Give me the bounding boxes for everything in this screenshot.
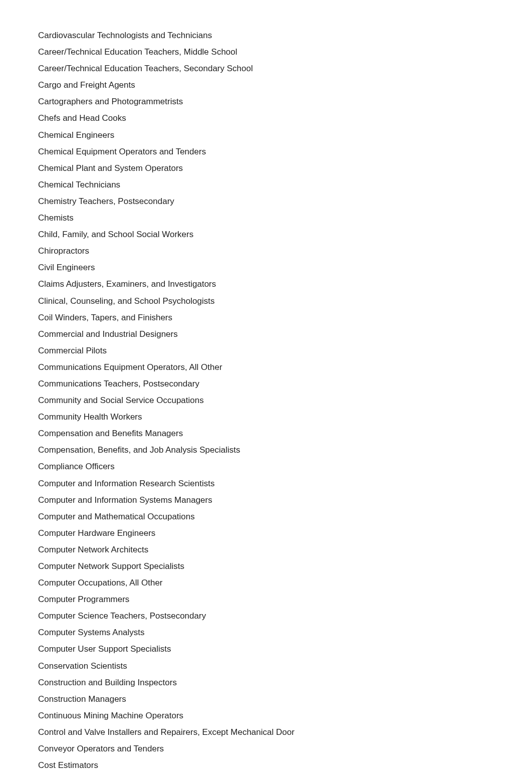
occupation-item: Communications Equipment Operators, All …: [38, 362, 494, 373]
occupation-item: Continuous Mining Machine Operators: [38, 710, 494, 721]
occupation-item: Clinical, Counseling, and School Psychol…: [38, 296, 494, 307]
occupation-item: Computer Network Support Specialists: [38, 561, 494, 572]
occupation-item: Commercial Pilots: [38, 345, 494, 356]
occupation-item: Conservation Scientists: [38, 661, 494, 672]
occupation-item: Computer Occupations, All Other: [38, 577, 494, 589]
occupation-item: Compensation, Benefits, and Job Analysis…: [38, 445, 494, 456]
occupation-item: Commercial and Industrial Designers: [38, 329, 494, 340]
occupation-item: Computer Science Teachers, Postsecondary: [38, 611, 494, 622]
occupation-item: Computer Programmers: [38, 594, 494, 605]
occupation-item: Chemical Engineers: [38, 130, 494, 141]
occupation-item: Chemical Equipment Operators and Tenders: [38, 146, 494, 157]
occupation-item: Chemical Technicians: [38, 179, 494, 190]
occupation-item: Control and Valve Installers and Repaire…: [38, 727, 494, 738]
occupation-item: Construction Managers: [38, 694, 494, 705]
occupation-item: Claims Adjusters, Examiners, and Investi…: [38, 279, 494, 290]
occupation-item: Civil Engineers: [38, 262, 494, 273]
occupation-item: Community Health Workers: [38, 412, 494, 423]
occupation-item: Compliance Officers: [38, 461, 494, 472]
occupation-item: Community and Social Service Occupations: [38, 395, 494, 406]
occupation-item: Career/Technical Education Teachers, Sec…: [38, 63, 494, 74]
occupation-item: Computer Hardware Engineers: [38, 528, 494, 539]
occupation-item: Computer and Information Systems Manager…: [38, 495, 494, 506]
occupation-item: Career/Technical Education Teachers, Mid…: [38, 47, 494, 58]
occupation-item: Cargo and Freight Agents: [38, 80, 494, 91]
occupation-item: Cardiovascular Technologists and Technic…: [38, 30, 494, 41]
occupation-item: Computer User Support Specialists: [38, 644, 494, 655]
occupation-item: Chiropractors: [38, 246, 494, 257]
occupation-item: Computer Network Architects: [38, 544, 494, 555]
occupation-item: Coil Winders, Tapers, and Finishers: [38, 312, 494, 323]
occupation-item: Child, Family, and School Social Workers: [38, 229, 494, 240]
occupation-item: Communications Teachers, Postsecondary: [38, 378, 494, 389]
occupation-item: Cartographers and Photogrammetrists: [38, 96, 494, 107]
occupation-item: Conveyor Operators and Tenders: [38, 743, 494, 754]
occupation-item: Chemical Plant and System Operators: [38, 163, 494, 174]
occupation-item: Chefs and Head Cooks: [38, 113, 494, 124]
occupation-item: Compensation and Benefits Managers: [38, 428, 494, 439]
occupation-item: Chemists: [38, 213, 494, 224]
occupation-item: Computer Systems Analysts: [38, 627, 494, 638]
occupation-item: Chemistry Teachers, Postsecondary: [38, 196, 494, 207]
occupation-item: Computer and Mathematical Occupations: [38, 511, 494, 522]
occupation-list: Cardiovascular Technologists and Technic…: [38, 30, 494, 771]
occupation-item: Cost Estimators: [38, 760, 494, 771]
occupation-item: Construction and Building Inspectors: [38, 677, 494, 688]
occupation-item: Computer and Information Research Scient…: [38, 478, 494, 489]
